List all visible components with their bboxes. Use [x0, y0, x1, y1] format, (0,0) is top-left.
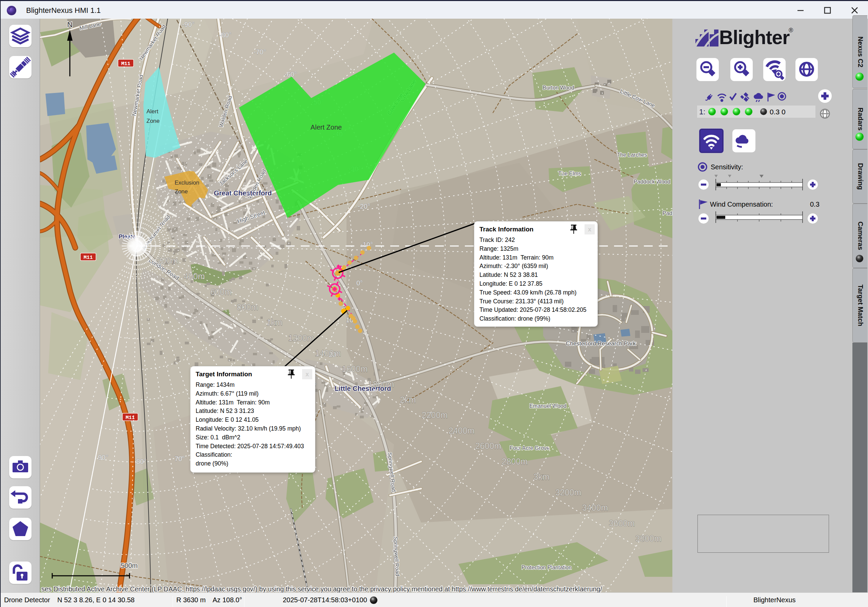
svg-text:Alert: Alert: [146, 108, 158, 115]
svg-text:®: ®: [789, 27, 793, 34]
svg-text:-70°: -70°: [254, 48, 266, 56]
svg-text:200m: 200m: [157, 256, 178, 265]
svg-text:1200m: 1200m: [288, 333, 314, 343]
svg-text:-10°: -10°: [360, 241, 373, 248]
svg-text:3400m: 3400m: [582, 503, 608, 512]
svg-text:-20°: -20°: [358, 203, 370, 210]
svg-text:1400m: 1400m: [315, 348, 341, 358]
svg-text:2800m: 2800m: [502, 457, 528, 466]
svg-text:M11: M11: [121, 61, 130, 67]
svg-text:3800m: 3800m: [636, 534, 661, 543]
svg-text:Great Chesterford: Great Chesterford: [214, 189, 271, 197]
svg-text:2400m: 2400m: [449, 426, 474, 435]
svg-text:Chesterford Research Park: Chesterford Research Park: [566, 340, 636, 347]
svg-text:2600m: 2600m: [475, 441, 501, 450]
svg-text:1km: 1km: [266, 318, 282, 327]
svg-text:Exclusion: Exclusion: [175, 180, 199, 186]
svg-text:N: N: [67, 20, 73, 29]
svg-text:2km: 2km: [400, 395, 416, 404]
svg-text:The Elms: The Elms: [558, 171, 581, 177]
svg-text:400m: 400m: [184, 272, 205, 281]
svg-text:1:: 1:: [699, 107, 705, 116]
svg-text:-60°: -60°: [284, 71, 297, 78]
svg-text:600m: 600m: [211, 287, 232, 297]
svg-text:-80°: -80°: [219, 31, 232, 39]
svg-text:90°: 90°: [98, 453, 108, 461]
svg-text:Paddock Wood: Paddock Wood: [634, 179, 670, 185]
svg-text:500m: 500m: [121, 562, 138, 569]
svg-text:1600m: 1600m: [342, 364, 367, 374]
svg-text:ses Distributed Active Archive: ses Distributed Active Archive Center (L…: [41, 585, 602, 592]
svg-text:Alert Zone: Alert Zone: [311, 124, 342, 131]
svg-text:3km: 3km: [533, 472, 549, 481]
svg-text:-90°: -90°: [182, 21, 195, 28]
svg-text:Four Acre Grove: Four Acre Grove: [510, 445, 549, 451]
svg-text:0°: 0°: [356, 279, 363, 287]
svg-text:1800m: 1800m: [368, 379, 394, 389]
svg-text:2200m: 2200m: [422, 410, 448, 420]
svg-text:80°: 80°: [136, 458, 146, 465]
svg-text:Protection Plantation: Protection Plantation: [521, 565, 572, 570]
svg-text:0.3 0: 0.3 0: [770, 108, 786, 116]
svg-text:Zone: Zone: [175, 188, 188, 195]
svg-text:The Larches: The Larches: [617, 152, 647, 158]
svg-text:Zone: Zone: [146, 118, 160, 124]
svg-text:800m: 800m: [237, 302, 258, 312]
svg-text:70°: 70°: [175, 455, 185, 463]
svg-text:3200m: 3200m: [555, 487, 581, 497]
svg-text:M11: M11: [84, 255, 93, 261]
svg-text:Blighter: Blighter: [719, 26, 790, 48]
svg-text:3600m: 3600m: [609, 519, 635, 528]
svg-text:Paddock: Paddock: [662, 210, 673, 216]
